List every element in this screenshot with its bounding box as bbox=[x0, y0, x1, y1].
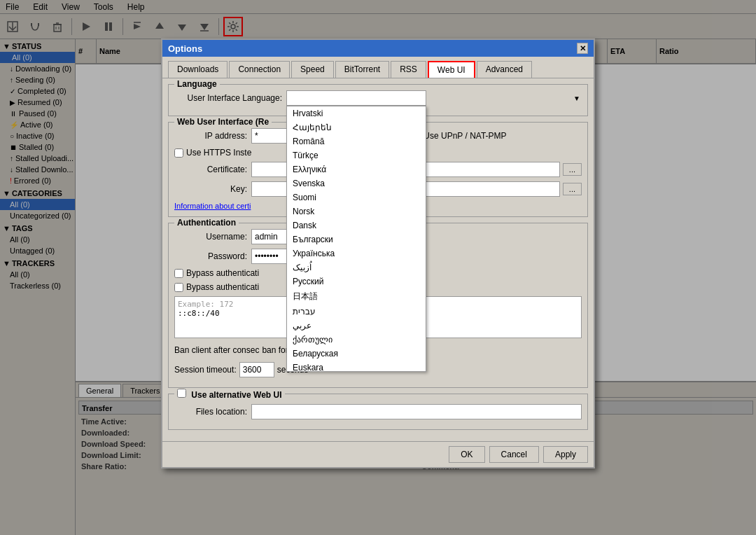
lang-item-japanese[interactable]: 日本語 bbox=[287, 289, 426, 305]
upnp-label: Use UPnP / NAT-PMP bbox=[424, 131, 506, 141]
language-label: User Interface Language: bbox=[174, 93, 286, 103]
lang-item-uzbek[interactable]: اُزبیک bbox=[287, 260, 426, 275]
lang-item-georgian[interactable]: ქართული bbox=[287, 333, 426, 347]
cert-label: Certificate: bbox=[174, 165, 251, 174]
lang-item-ukrainian[interactable]: Українська bbox=[287, 246, 426, 260]
lang-item-turkish[interactable]: Türkçe bbox=[287, 148, 426, 162]
modal-body: Language User Interface Language: ▼ Hrva… bbox=[162, 78, 594, 441]
language-input[interactable] bbox=[286, 90, 426, 106]
tab-bittorrent[interactable]: BitTorrent bbox=[335, 61, 389, 78]
options-modal: Options ✕ Downloads Connection Speed Bit… bbox=[161, 39, 595, 468]
modal-close-button[interactable]: ✕ bbox=[577, 43, 588, 54]
username-label: Username: bbox=[174, 232, 251, 242]
lang-item-arabic[interactable]: عربي bbox=[287, 319, 426, 333]
password-label: Password: bbox=[174, 251, 251, 261]
alt-webui-checkbox[interactable] bbox=[177, 389, 186, 398]
https-label: Use HTTPS Inste bbox=[186, 148, 251, 158]
dropdown-arrow-icon: ▼ bbox=[573, 95, 580, 102]
language-section-label: Language bbox=[174, 79, 220, 89]
tab-webui[interactable]: Web UI bbox=[428, 61, 475, 78]
lang-item-norwegian[interactable]: Norsk bbox=[287, 204, 426, 218]
timeout-label: Session timeout: bbox=[174, 365, 237, 375]
webui-section-label: Web User Interface (Re bbox=[174, 117, 272, 127]
ip-label: IP address: bbox=[174, 131, 251, 141]
lang-item-hrvatski[interactable]: Hrvatski bbox=[287, 106, 426, 120]
auth-section-label: Authentication bbox=[174, 218, 239, 228]
lang-item-russian[interactable]: Русский bbox=[287, 275, 426, 289]
lang-item-basque[interactable]: Euskara bbox=[287, 361, 426, 372]
modal-footer: OK Cancel Apply bbox=[162, 441, 594, 467]
ban-label: Ban client after consec bbox=[174, 345, 259, 355]
lang-item-swedish[interactable]: Svenska bbox=[287, 176, 426, 190]
modal-title-bar: Options ✕ bbox=[162, 40, 594, 57]
language-dropdown[interactable]: Hrvatski Հայերեն Română Türkçe Ελληνικά … bbox=[286, 106, 426, 372]
cert-browse-button[interactable]: ... bbox=[563, 163, 582, 176]
language-dropdown-container: ▼ Hrvatski Հայերեն Română Türkçe Ελληνικ… bbox=[286, 90, 582, 106]
lang-item-hebrew[interactable]: עברית bbox=[287, 305, 426, 319]
modal-overlay: Options ✕ Downloads Connection Speed Bit… bbox=[0, 0, 756, 535]
tab-advanced[interactable]: Advanced bbox=[477, 61, 532, 78]
lang-item-belarusian[interactable]: Беларуская bbox=[287, 347, 426, 361]
tab-connection[interactable]: Connection bbox=[229, 61, 290, 78]
alt-webui-section: Use alternative Web UI Files location: bbox=[168, 394, 588, 430]
timeout-input[interactable] bbox=[239, 362, 274, 377]
alt-webui-label: Use alternative Web UI bbox=[174, 389, 285, 400]
bypass-check1[interactable] bbox=[174, 269, 183, 278]
language-row: User Interface Language: ▼ Hrvatski Հայե… bbox=[174, 90, 582, 106]
lang-item-romanian[interactable]: Română bbox=[287, 134, 426, 148]
ok-button[interactable]: OK bbox=[449, 446, 484, 463]
lang-item-greek[interactable]: Ελληνικά bbox=[287, 162, 426, 176]
lang-item-bulgarian[interactable]: Български bbox=[287, 232, 426, 246]
language-section: Language User Interface Language: ▼ Hrva… bbox=[168, 84, 588, 116]
bypass-label1: Bypass authenticati bbox=[186, 268, 259, 278]
key-label: Key: bbox=[174, 184, 251, 194]
lang-item-danish[interactable]: Dansk bbox=[287, 218, 426, 232]
info-link[interactable]: Information about certi bbox=[174, 202, 251, 210]
apply-button[interactable]: Apply bbox=[543, 446, 588, 463]
lang-item-armenian[interactable]: Հայերեն bbox=[287, 120, 426, 134]
https-checkbox[interactable] bbox=[174, 148, 183, 158]
modal-tabs: Downloads Connection Speed BitTorrent RS… bbox=[162, 57, 594, 78]
files-location-input[interactable] bbox=[251, 404, 582, 419]
tab-rss[interactable]: RSS bbox=[391, 61, 426, 78]
tab-downloads[interactable]: Downloads bbox=[168, 61, 227, 78]
key-browse-button[interactable]: ... bbox=[563, 183, 582, 195]
files-location-row: Files location: bbox=[174, 404, 582, 419]
lang-item-finnish[interactable]: Suomi bbox=[287, 190, 426, 204]
files-location-label: Files location: bbox=[174, 407, 251, 417]
bypass-label2: Bypass authenticati bbox=[186, 282, 259, 292]
tab-speed[interactable]: Speed bbox=[291, 61, 334, 78]
modal-title: Options bbox=[168, 43, 202, 54]
cancel-button[interactable]: Cancel bbox=[489, 446, 539, 463]
bypass-check2[interactable] bbox=[174, 283, 183, 292]
